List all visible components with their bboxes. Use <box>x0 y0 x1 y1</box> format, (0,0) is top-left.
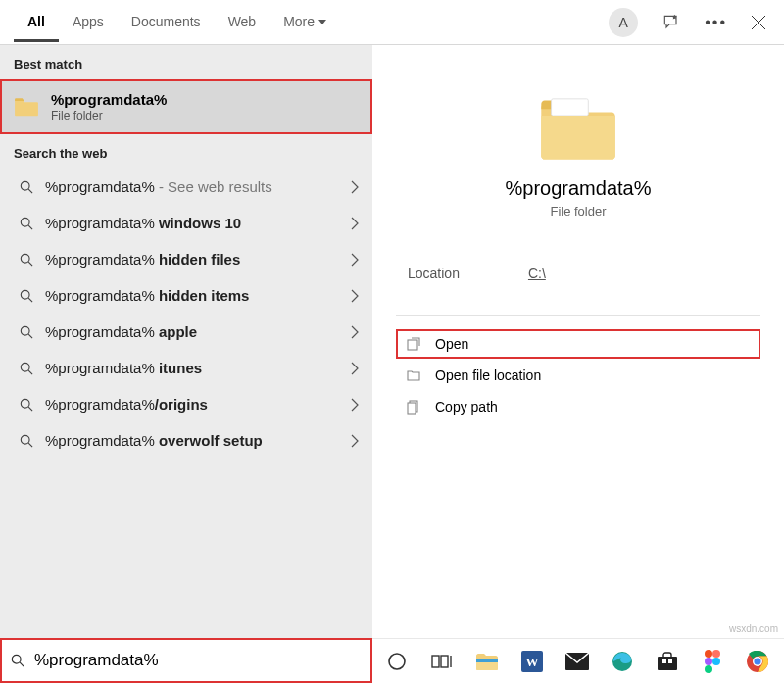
best-match-title: %programdata% <box>51 91 167 108</box>
svg-line-23 <box>20 662 24 666</box>
search-web-header: Search the web <box>0 134 372 169</box>
search-icon <box>20 253 33 267</box>
svg-text:W: W <box>526 655 539 669</box>
top-right-controls: A ••• <box>609 8 776 37</box>
footer: W <box>0 638 784 683</box>
feedback-icon[interactable] <box>662 13 681 32</box>
location-label: Location <box>408 266 460 281</box>
folder-large-icon <box>536 92 620 166</box>
svg-line-15 <box>28 407 32 411</box>
best-match-text: %programdata% File folder <box>51 91 167 122</box>
svg-rect-36 <box>668 659 672 663</box>
svg-point-24 <box>389 654 405 669</box>
tab-web[interactable]: Web <box>215 2 270 42</box>
chevron-right-icon[interactable] <box>351 398 359 412</box>
tab-apps[interactable]: Apps <box>59 2 118 42</box>
web-result-6[interactable]: %programdata%/origins <box>0 386 372 422</box>
taskbar: W <box>372 638 784 683</box>
content-body: Best match %programdata% File folder Sea… <box>0 45 784 638</box>
chevron-right-icon[interactable] <box>351 217 359 230</box>
svg-rect-35 <box>662 659 666 663</box>
web-result-text: %programdata% hidden items <box>45 287 339 304</box>
location-value[interactable]: C:\ <box>528 266 546 281</box>
search-icon <box>20 398 33 412</box>
web-result-text: %programdata% hidden files <box>45 251 339 268</box>
chevron-right-icon[interactable] <box>351 362 359 375</box>
top-bar: All Apps Documents Web More A ••• <box>0 0 784 45</box>
taskbar-edge-icon[interactable] <box>606 645 639 678</box>
web-result-text: %programdata% apple <box>45 323 339 340</box>
taskbar-taskview-icon[interactable] <box>425 645 459 678</box>
chevron-right-icon[interactable] <box>351 325 359 339</box>
web-result-1[interactable]: %programdata% windows 10 <box>0 205 372 241</box>
search-icon <box>11 654 24 667</box>
taskbar-chrome-icon[interactable] <box>741 645 774 678</box>
folder-icon <box>14 94 39 120</box>
svg-line-3 <box>28 189 32 193</box>
chevron-right-icon[interactable] <box>351 253 359 267</box>
search-icon <box>20 362 33 375</box>
svg-point-40 <box>712 658 720 665</box>
svg-point-2 <box>21 181 29 190</box>
preview-title: %programdata% <box>506 177 652 200</box>
taskbar-word-icon[interactable]: W <box>515 645 549 678</box>
web-result-text: %programdata% overwolf setup <box>45 432 339 449</box>
web-result-7[interactable]: %programdata% overwolf setup <box>0 422 372 459</box>
search-box[interactable] <box>0 638 372 683</box>
tab-all[interactable]: All <box>14 2 59 42</box>
web-result-4[interactable]: %programdata% apple <box>0 314 372 350</box>
open-icon <box>406 336 421 352</box>
action-copy-path[interactable]: Copy path <box>396 392 760 421</box>
taskbar-cortana-icon[interactable] <box>380 645 414 678</box>
taskbar-mail-icon[interactable] <box>561 645 594 678</box>
svg-point-22 <box>12 655 21 663</box>
user-avatar[interactable]: A <box>609 8 638 37</box>
svg-line-9 <box>28 298 32 302</box>
svg-point-16 <box>21 435 29 444</box>
more-options-icon[interactable]: ••• <box>705 14 727 31</box>
tab-documents[interactable]: Documents <box>118 2 215 42</box>
web-result-2[interactable]: %programdata% hidden files <box>0 241 372 277</box>
preview-subtitle: File folder <box>550 204 606 219</box>
action-open-location[interactable]: Open file location <box>396 361 760 390</box>
svg-line-13 <box>28 370 32 374</box>
tab-more[interactable]: More <box>270 2 340 42</box>
web-result-text: %programdata% - See web results <box>45 178 339 195</box>
web-result-5[interactable]: %programdata% itunes <box>0 350 372 386</box>
svg-point-44 <box>754 658 760 664</box>
svg-rect-21 <box>408 403 416 414</box>
chevron-right-icon[interactable] <box>351 289 359 303</box>
search-icon <box>20 434 33 448</box>
folder-open-icon <box>406 367 421 383</box>
action-open-label: Open <box>435 336 468 352</box>
preview-panel: %programdata% File folder Location C:\ O… <box>372 45 784 638</box>
tab-more-label: More <box>283 14 315 29</box>
best-match-header: Best match <box>0 45 372 79</box>
svg-point-12 <box>21 363 29 371</box>
web-result-text: %programdata% windows 10 <box>45 215 339 231</box>
action-open[interactable]: Open <box>396 329 760 359</box>
svg-point-10 <box>21 326 29 335</box>
best-match-result[interactable]: %programdata% File folder <box>0 79 372 134</box>
web-result-3[interactable]: %programdata% hidden items <box>0 277 372 314</box>
search-icon <box>20 325 33 339</box>
chevron-right-icon[interactable] <box>351 434 359 448</box>
svg-point-38 <box>712 650 720 658</box>
search-input[interactable] <box>32 650 362 671</box>
svg-point-4 <box>21 218 29 226</box>
svg-point-8 <box>21 290 29 299</box>
svg-rect-19 <box>408 340 417 350</box>
svg-rect-34 <box>658 657 677 670</box>
taskbar-store-icon[interactable] <box>651 645 684 678</box>
web-result-0[interactable]: %programdata% - See web results <box>0 169 372 205</box>
svg-rect-18 <box>552 99 589 116</box>
taskbar-figma-icon[interactable] <box>696 645 729 678</box>
close-button[interactable] <box>751 15 766 30</box>
chevron-right-icon[interactable] <box>351 180 359 194</box>
taskbar-explorer-icon[interactable] <box>470 645 504 678</box>
filter-tabs: All Apps Documents Web More <box>14 2 340 42</box>
svg-rect-29 <box>476 659 498 662</box>
svg-line-11 <box>28 334 32 338</box>
svg-line-7 <box>28 262 32 266</box>
web-result-text: %programdata%/origins <box>45 396 339 413</box>
